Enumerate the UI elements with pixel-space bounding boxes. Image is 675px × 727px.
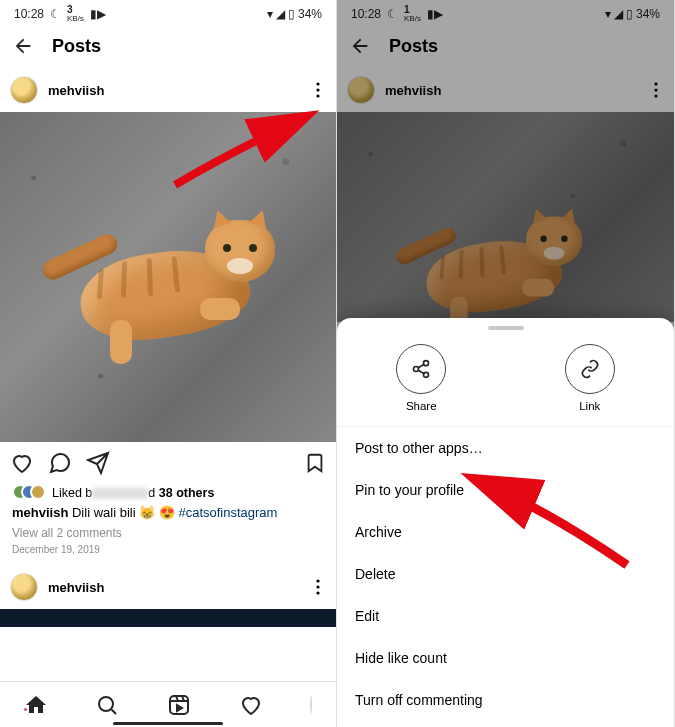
status-data: 1KB/s	[404, 6, 421, 23]
cat-photo-subject	[394, 202, 594, 322]
reels-icon[interactable]	[167, 693, 191, 717]
post-image[interactable]	[337, 112, 674, 322]
status-time: 10:28	[351, 7, 381, 21]
battery-icon: ▯	[288, 7, 295, 21]
status-bar: 10:28 ☾ 1KB/s ▮▶ ▾ ◢ ▯ 34%	[337, 0, 674, 24]
more-options-icon[interactable]	[310, 76, 326, 104]
post-username[interactable]: mehviish	[48, 83, 104, 98]
sheet-item-archive[interactable]: Archive	[337, 511, 674, 553]
sheet-item-post-other-apps[interactable]: Post to other apps…	[337, 427, 674, 469]
moon-icon: ☾	[50, 7, 61, 21]
svg-point-6	[99, 697, 113, 711]
avatar[interactable]	[347, 76, 375, 104]
svg-point-1	[316, 88, 319, 91]
screenshot-right: 10:28 ☾ 1KB/s ▮▶ ▾ ◢ ▯ 34% Posts mehviis…	[337, 0, 675, 727]
signal-icon: ◢	[276, 7, 285, 21]
more-options-icon[interactable]	[310, 573, 326, 601]
bottom-nav	[0, 681, 336, 727]
avatar[interactable]	[10, 76, 38, 104]
battery-pct: 34%	[636, 7, 660, 21]
more-options-icon[interactable]	[648, 76, 664, 104]
share-label: Share	[406, 400, 437, 412]
sheet-item-turn-off-commenting[interactable]: Turn off commenting	[337, 679, 674, 721]
options-sheet: Share Link Post to other apps… Pin to yo…	[337, 318, 674, 727]
moon-icon: ☾	[387, 7, 398, 21]
sheet-item-pin-profile[interactable]: Pin to your profile	[337, 469, 674, 511]
search-icon[interactable]	[95, 693, 119, 717]
signal-icon: ◢	[614, 7, 623, 21]
link-icon	[565, 344, 615, 394]
post-username[interactable]: mehviish	[48, 580, 104, 595]
svg-point-9	[654, 88, 657, 91]
next-post-peek	[0, 609, 336, 627]
post-header: mehviish	[337, 68, 674, 112]
share-icon[interactable]	[86, 451, 110, 475]
dnd-icon: ▮▶	[90, 7, 106, 21]
sheet-grabber[interactable]	[488, 326, 524, 330]
svg-point-13	[424, 372, 429, 377]
battery-pct: 34%	[298, 7, 322, 21]
post-date: December 19, 2019	[0, 542, 336, 557]
svg-point-11	[424, 361, 429, 366]
redacted	[92, 488, 148, 499]
svg-point-5	[316, 591, 319, 594]
view-comments[interactable]: View all 2 comments	[0, 524, 336, 542]
svg-point-0	[316, 82, 319, 85]
svg-point-4	[316, 585, 319, 588]
post-actions	[0, 442, 336, 484]
screenshot-left: 10:28 ☾ 3KB/s ▮▶ ▾ ◢ ▯ 34% Posts mehviis…	[0, 0, 337, 727]
topbar: Posts	[0, 24, 336, 68]
caption-text: Dili wali bili	[72, 505, 136, 520]
profile-icon[interactable]	[310, 696, 312, 714]
caption-emojis: 😸 😍	[139, 505, 175, 520]
back-arrow-icon[interactable]	[12, 35, 34, 57]
caption-hashtag[interactable]: #catsofinstagram	[178, 505, 277, 520]
post-image[interactable]	[0, 112, 336, 442]
wifi-icon: ▾	[267, 7, 273, 21]
next-post-header: mehviish	[0, 565, 336, 609]
like-icon[interactable]	[10, 451, 34, 475]
post-username[interactable]: mehviish	[385, 83, 441, 98]
svg-point-10	[654, 94, 657, 97]
cat-photo-subject	[40, 202, 290, 362]
topbar: Posts	[337, 24, 674, 68]
save-icon[interactable]	[304, 451, 326, 475]
status-bar: 10:28 ☾ 3KB/s ▮▶ ▾ ◢ ▯ 34%	[0, 0, 336, 24]
avatar[interactable]	[10, 573, 38, 601]
sheet-item-hide-like[interactable]: Hide like count	[337, 637, 674, 679]
post-header: mehviish	[0, 68, 336, 112]
activity-icon[interactable]	[239, 693, 263, 717]
svg-point-3	[316, 579, 319, 582]
likes-text: Liked bd 38 others	[52, 486, 214, 500]
status-data: 3KB/s	[67, 6, 84, 23]
page-title: Posts	[52, 36, 101, 57]
post-caption: mehviish Dili wali bili 😸 😍 #catsofinsta…	[0, 502, 336, 524]
sheet-share-button[interactable]: Share	[396, 344, 446, 412]
comment-icon[interactable]	[48, 451, 72, 475]
share-icon	[396, 344, 446, 394]
sheet-item-edit[interactable]: Edit	[337, 595, 674, 637]
svg-point-8	[654, 82, 657, 85]
liker-avatars-icon	[12, 484, 46, 502]
svg-point-12	[414, 367, 419, 372]
likes-row[interactable]: Liked bd 38 others	[0, 484, 336, 502]
page-title: Posts	[389, 36, 438, 57]
caption-username[interactable]: mehviish	[12, 505, 68, 520]
battery-icon: ▯	[626, 7, 633, 21]
home-icon[interactable]	[24, 693, 48, 717]
svg-rect-7	[170, 696, 188, 714]
sheet-link-button[interactable]: Link	[565, 344, 615, 412]
status-time: 10:28	[14, 7, 44, 21]
back-arrow-icon[interactable]	[349, 35, 371, 57]
svg-point-2	[316, 94, 319, 97]
sheet-item-delete[interactable]: Delete	[337, 553, 674, 595]
wifi-icon: ▾	[605, 7, 611, 21]
dnd-icon: ▮▶	[427, 7, 443, 21]
link-label: Link	[579, 400, 600, 412]
gesture-bar	[113, 722, 223, 725]
